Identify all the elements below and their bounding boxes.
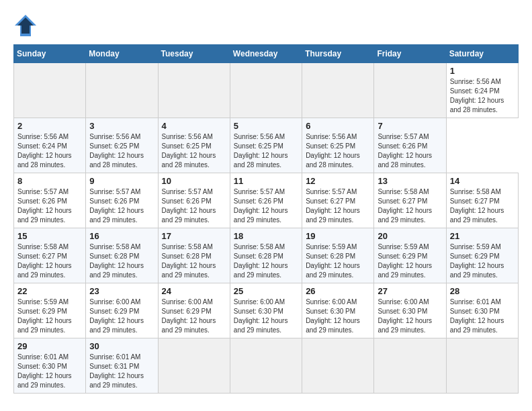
day-number: 10 xyxy=(162,176,226,186)
day-number: 6 xyxy=(306,121,370,131)
weekday-header: Sunday xyxy=(14,45,86,63)
day-info: Sunrise: 5:58 AMSunset: 6:27 PMDaylight:… xyxy=(378,187,442,225)
calendar-header-row: SundayMondayTuesdayWednesdayThursdayFrid… xyxy=(14,45,519,63)
day-info: Sunrise: 5:57 AMSunset: 6:26 PMDaylight:… xyxy=(234,187,298,225)
empty-cell xyxy=(158,63,230,118)
calendar-day: 27Sunrise: 6:00 AMSunset: 6:30 PMDayligh… xyxy=(374,283,446,338)
day-info: Sunrise: 5:57 AMSunset: 6:26 PMDaylight:… xyxy=(162,187,226,225)
day-number: 18 xyxy=(234,231,298,241)
calendar-day: 3Sunrise: 5:56 AMSunset: 6:25 PMDaylight… xyxy=(86,118,158,173)
day-info: Sunrise: 5:59 AMSunset: 6:29 PMDaylight:… xyxy=(17,298,82,335)
calendar-day: 29Sunrise: 6:01 AMSunset: 6:30 PMDayligh… xyxy=(14,338,86,394)
empty-cell xyxy=(86,63,158,118)
empty-cell xyxy=(374,63,446,118)
logo-icon xyxy=(13,13,38,38)
calendar-day: 18Sunrise: 5:58 AMSunset: 6:28 PMDayligh… xyxy=(230,228,302,283)
day-number: 22 xyxy=(17,286,82,296)
empty-cell xyxy=(374,338,446,394)
day-number: 13 xyxy=(378,176,442,186)
calendar-day: 11Sunrise: 5:57 AMSunset: 6:26 PMDayligh… xyxy=(230,173,302,228)
day-number: 23 xyxy=(89,286,154,296)
calendar-day: 4Sunrise: 5:56 AMSunset: 6:25 PMDaylight… xyxy=(158,118,230,173)
day-info: Sunrise: 6:00 AMSunset: 6:30 PMDaylight:… xyxy=(234,298,298,335)
day-number: 29 xyxy=(17,341,82,351)
day-info: Sunrise: 6:01 AMSunset: 6:30 PMDaylight:… xyxy=(17,353,82,390)
weekday-header: Wednesday xyxy=(230,45,302,63)
calendar-day: 21Sunrise: 5:59 AMSunset: 6:29 PMDayligh… xyxy=(446,228,518,283)
day-number: 1 xyxy=(450,66,515,76)
calendar-day: 24Sunrise: 6:00 AMSunset: 6:29 PMDayligh… xyxy=(158,283,230,338)
day-info: Sunrise: 5:57 AMSunset: 6:26 PMDaylight:… xyxy=(89,187,154,225)
calendar-day: 7Sunrise: 5:57 AMSunset: 6:26 PMDaylight… xyxy=(374,118,446,173)
day-number: 9 xyxy=(89,176,154,186)
logo xyxy=(13,13,40,38)
calendar-row: 8Sunrise: 5:57 AMSunset: 6:26 PMDaylight… xyxy=(14,173,519,228)
day-info: Sunrise: 5:59 AMSunset: 6:29 PMDaylight:… xyxy=(450,242,515,280)
calendar-day: 28Sunrise: 6:01 AMSunset: 6:30 PMDayligh… xyxy=(446,283,518,338)
calendar-day: 1Sunrise: 5:56 AMSunset: 6:24 PMDaylight… xyxy=(446,63,518,118)
calendar-day: 25Sunrise: 6:00 AMSunset: 6:30 PMDayligh… xyxy=(230,283,302,338)
day-number: 26 xyxy=(306,286,370,296)
day-number: 30 xyxy=(89,341,154,351)
day-info: Sunrise: 5:56 AMSunset: 6:24 PMDaylight:… xyxy=(17,132,82,170)
empty-cell xyxy=(302,63,374,118)
day-info: Sunrise: 5:56 AMSunset: 6:25 PMDaylight:… xyxy=(162,132,226,170)
calendar-day: 20Sunrise: 5:59 AMSunset: 6:29 PMDayligh… xyxy=(374,228,446,283)
calendar-day: 12Sunrise: 5:57 AMSunset: 6:27 PMDayligh… xyxy=(302,173,374,228)
day-info: Sunrise: 6:00 AMSunset: 6:29 PMDaylight:… xyxy=(162,298,226,335)
day-info: Sunrise: 6:01 AMSunset: 6:30 PMDaylight:… xyxy=(450,298,515,335)
empty-cell xyxy=(158,338,230,394)
day-info: Sunrise: 6:01 AMSunset: 6:31 PMDaylight:… xyxy=(89,353,154,390)
day-info: Sunrise: 5:57 AMSunset: 6:27 PMDaylight:… xyxy=(306,187,370,225)
day-info: Sunrise: 5:56 AMSunset: 6:24 PMDaylight:… xyxy=(450,77,515,115)
day-number: 3 xyxy=(89,121,154,131)
calendar-row: 29Sunrise: 6:01 AMSunset: 6:30 PMDayligh… xyxy=(14,338,519,394)
day-number: 14 xyxy=(450,176,515,186)
calendar-day: 19Sunrise: 5:59 AMSunset: 6:28 PMDayligh… xyxy=(302,228,374,283)
day-info: Sunrise: 5:58 AMSunset: 6:28 PMDaylight:… xyxy=(162,242,226,280)
calendar-row: 22Sunrise: 5:59 AMSunset: 6:29 PMDayligh… xyxy=(14,283,519,338)
day-info: Sunrise: 5:56 AMSunset: 6:25 PMDaylight:… xyxy=(234,132,298,170)
calendar-day: 15Sunrise: 5:58 AMSunset: 6:27 PMDayligh… xyxy=(14,228,86,283)
day-info: Sunrise: 5:58 AMSunset: 6:28 PMDaylight:… xyxy=(234,242,298,280)
day-number: 15 xyxy=(17,231,82,241)
day-number: 7 xyxy=(378,121,442,131)
day-number: 24 xyxy=(162,286,226,296)
day-number: 2 xyxy=(17,121,82,131)
day-number: 8 xyxy=(17,176,82,186)
day-number: 17 xyxy=(162,231,226,241)
empty-cell xyxy=(302,338,374,394)
day-number: 20 xyxy=(378,231,442,241)
day-number: 4 xyxy=(162,121,226,131)
calendar-table: SundayMondayTuesdayWednesdayThursdayFrid… xyxy=(13,44,519,394)
calendar-day: 6Sunrise: 5:56 AMSunset: 6:25 PMDaylight… xyxy=(302,118,374,173)
day-info: Sunrise: 5:58 AMSunset: 6:28 PMDaylight:… xyxy=(89,242,154,280)
calendar-row: 2Sunrise: 5:56 AMSunset: 6:24 PMDaylight… xyxy=(14,118,519,173)
day-info: Sunrise: 6:00 AMSunset: 6:30 PMDaylight:… xyxy=(306,298,370,335)
day-number: 11 xyxy=(234,176,298,186)
calendar-day: 2Sunrise: 5:56 AMSunset: 6:24 PMDaylight… xyxy=(14,118,86,173)
day-info: Sunrise: 5:59 AMSunset: 6:28 PMDaylight:… xyxy=(306,242,370,280)
empty-cell xyxy=(230,63,302,118)
calendar-day: 9Sunrise: 5:57 AMSunset: 6:26 PMDaylight… xyxy=(86,173,158,228)
calendar-day: 23Sunrise: 6:00 AMSunset: 6:29 PMDayligh… xyxy=(86,283,158,338)
weekday-header: Tuesday xyxy=(158,45,230,63)
day-number: 25 xyxy=(234,286,298,296)
day-number: 27 xyxy=(378,286,442,296)
calendar-day: 26Sunrise: 6:00 AMSunset: 6:30 PMDayligh… xyxy=(302,283,374,338)
day-number: 16 xyxy=(89,231,154,241)
day-info: Sunrise: 6:00 AMSunset: 6:29 PMDaylight:… xyxy=(89,298,154,335)
weekday-header: Friday xyxy=(374,45,446,63)
calendar-day: 14Sunrise: 5:58 AMSunset: 6:27 PMDayligh… xyxy=(446,173,518,228)
day-number: 12 xyxy=(306,176,370,186)
calendar-day: 16Sunrise: 5:58 AMSunset: 6:28 PMDayligh… xyxy=(86,228,158,283)
empty-cell xyxy=(14,63,86,118)
day-number: 19 xyxy=(306,231,370,241)
weekday-header: Monday xyxy=(86,45,158,63)
calendar-day: 8Sunrise: 5:57 AMSunset: 6:26 PMDaylight… xyxy=(14,173,86,228)
day-number: 21 xyxy=(450,231,515,241)
calendar-day: 22Sunrise: 5:59 AMSunset: 6:29 PMDayligh… xyxy=(14,283,86,338)
day-info: Sunrise: 6:00 AMSunset: 6:30 PMDaylight:… xyxy=(378,298,442,335)
day-info: Sunrise: 5:58 AMSunset: 6:27 PMDaylight:… xyxy=(17,242,82,280)
day-info: Sunrise: 5:56 AMSunset: 6:25 PMDaylight:… xyxy=(306,132,370,170)
